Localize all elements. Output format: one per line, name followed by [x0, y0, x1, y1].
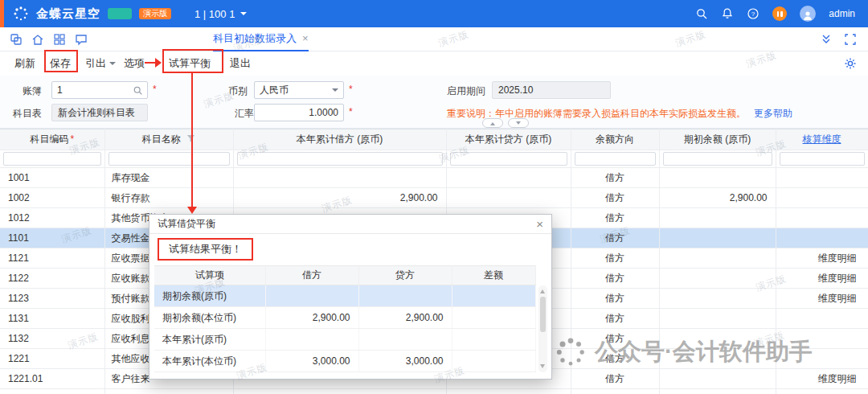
rate-field[interactable] [254, 104, 344, 121]
dimension-detail-link[interactable] [776, 329, 868, 349]
filter-input-direction[interactable] [575, 152, 656, 166]
dimension-detail-link[interactable] [776, 208, 868, 228]
table-row[interactable]: 1001 库存现金 借方 [0, 168, 868, 188]
table-row[interactable] [0, 389, 868, 394]
cell-trial-credit: 2,900.00 [358, 307, 452, 329]
search-icon[interactable] [695, 7, 708, 20]
dialog-scrollbar[interactable] [538, 285, 547, 372]
dialog-table-row[interactable]: 期初余额(本位币) 2,900.00 2,900.00 [154, 307, 535, 329]
dimension-detail-link[interactable] [776, 389, 868, 394]
gear-icon[interactable] [844, 57, 857, 70]
cell-trial-credit [358, 329, 452, 351]
col-header-direction[interactable]: 余额方向 [571, 129, 659, 150]
export-button[interactable]: 引出 [85, 51, 116, 76]
col-header-name[interactable]: 科目名称 [104, 129, 233, 150]
exit-button[interactable]: 退出 [230, 51, 251, 76]
dimension-detail-link[interactable] [776, 349, 868, 369]
col-header-opening[interactable]: 期初余额 (原币) [659, 129, 776, 150]
scroll-down-icon[interactable] [540, 364, 545, 371]
cell-trial-credit: 3,000.00 [358, 351, 452, 372]
avatar[interactable] [800, 6, 816, 22]
trial-balance-button[interactable]: 试算平衡 [169, 51, 211, 76]
lookup-magnifier-icon[interactable] [133, 85, 143, 96]
cell-trial-diff [452, 307, 535, 329]
dialog-table-row[interactable]: 本年累计(原币) [154, 329, 535, 351]
cell-code: 1002 [0, 188, 104, 208]
dialog-close-icon[interactable]: × [536, 218, 543, 230]
currency-select[interactable]: 人民币 [254, 81, 344, 99]
trial-result-message: 试算结果平衡！ [158, 238, 253, 261]
cell-name: 库存现金 [104, 168, 233, 188]
refresh-button[interactable]: 刷新 [14, 51, 35, 76]
cell-trial-credit [358, 285, 452, 307]
dialog-table-body: 期初余额(原币) 期初余额(本位币) 2,900.00 2,900.00 本年累… [154, 285, 535, 372]
cell-opening [659, 228, 776, 248]
home-icon[interactable] [31, 33, 44, 46]
cell-trial-item: 本年累计(本位币) [154, 351, 265, 372]
cell-code: 1132 [0, 329, 104, 349]
cell-code: 1101 [0, 228, 104, 248]
filter-input-opening[interactable] [663, 152, 772, 166]
notification-bell-icon[interactable] [721, 7, 734, 20]
filter-input-name[interactable] [108, 152, 230, 166]
tab-subject-initial-data-entry[interactable]: 科目初始数据录入 × [213, 27, 309, 51]
demo-pause-icon[interactable] [772, 6, 787, 21]
dimension-detail-link[interactable] [776, 188, 868, 208]
save-button[interactable]: 保存 [50, 51, 71, 76]
cell-trial-diff [452, 285, 535, 307]
col-header-dimension[interactable]: 核算维度 [776, 129, 868, 150]
dialog-table-row[interactable]: 本年累计(本位币) 3,000.00 3,000.00 [154, 351, 535, 372]
cell-code: 1122 [0, 269, 104, 289]
currency-value: 人民币 [260, 84, 332, 97]
help-icon[interactable]: ? [747, 7, 760, 20]
filter-input-ytd-credit[interactable] [450, 152, 567, 166]
col-header-ytd-credit[interactable]: 本年累计贷方 (原币) [446, 129, 571, 150]
message-icon[interactable] [75, 33, 88, 46]
scroll-up-icon[interactable] [540, 287, 545, 293]
org-selector[interactable]: 1 | 100 1 [194, 8, 247, 20]
workspace-switch-icon[interactable] [10, 33, 23, 46]
chevron-down-icon [332, 88, 338, 95]
filter-input-ytd-debit[interactable] [237, 152, 443, 166]
col-header-code[interactable]: 科目编码* [0, 129, 104, 150]
dimension-detail-link[interactable] [776, 228, 868, 248]
cell-code: 1121 [0, 248, 104, 269]
filter-input-code[interactable] [3, 152, 101, 166]
dimension-detail-link[interactable] [776, 168, 868, 188]
table-row[interactable]: 1002 银行存款 2,900.00 借方 2,900.00 [0, 188, 868, 208]
toolbar: 刷新 保存 引出 选项 试算平衡 退出 [0, 51, 868, 76]
rate-input[interactable] [255, 105, 343, 121]
dimension-detail-link[interactable]: 维度明细 [776, 369, 868, 389]
required-mark: * [349, 106, 353, 117]
cell-trial-debit [265, 285, 358, 307]
filter-funnel-icon[interactable] [186, 134, 195, 143]
options-button[interactable]: 选项 [124, 51, 145, 76]
dialog-title: 试算借贷平衡 [158, 217, 215, 231]
collapse-tabs-icon[interactable] [820, 33, 833, 46]
cell-code: 1012 [0, 208, 104, 228]
dimension-detail-link[interactable]: 维度明细 [776, 248, 868, 269]
filter-input-dimension[interactable] [780, 152, 865, 166]
apps-grid-icon[interactable] [53, 33, 66, 46]
dimension-detail-link[interactable] [776, 309, 868, 329]
dialog-table-row[interactable]: 期初余额(原币) [154, 285, 535, 307]
cell-opening [659, 289, 776, 309]
collapse-up-button[interactable] [482, 118, 503, 128]
scroll-thumb[interactable] [540, 297, 546, 332]
brand-title: 金蝶云星空 [36, 6, 100, 22]
col-header-ytd-debit[interactable]: 本年累计借方 (原币) [233, 129, 446, 150]
collapse-down-button[interactable] [508, 118, 529, 128]
dlg-col-item: 试算项 [154, 266, 265, 285]
cell-opening [659, 329, 776, 349]
dimension-detail-link[interactable]: 维度明细 [776, 269, 868, 289]
period-value: 2025.10 [492, 81, 611, 99]
cell-ytd-credit [446, 168, 571, 188]
dialog-titlebar[interactable]: 试算借贷平衡 × [149, 215, 551, 234]
expand-icon[interactable] [844, 33, 857, 46]
cell-opening [659, 208, 776, 228]
book-field[interactable] [51, 81, 148, 99]
cell-trial-debit: 2,900.00 [265, 307, 358, 329]
close-icon[interactable]: × [302, 32, 309, 44]
more-help-link[interactable]: 更多帮助 [754, 108, 792, 119]
dimension-detail-link[interactable]: 维度明细 [776, 289, 868, 309]
